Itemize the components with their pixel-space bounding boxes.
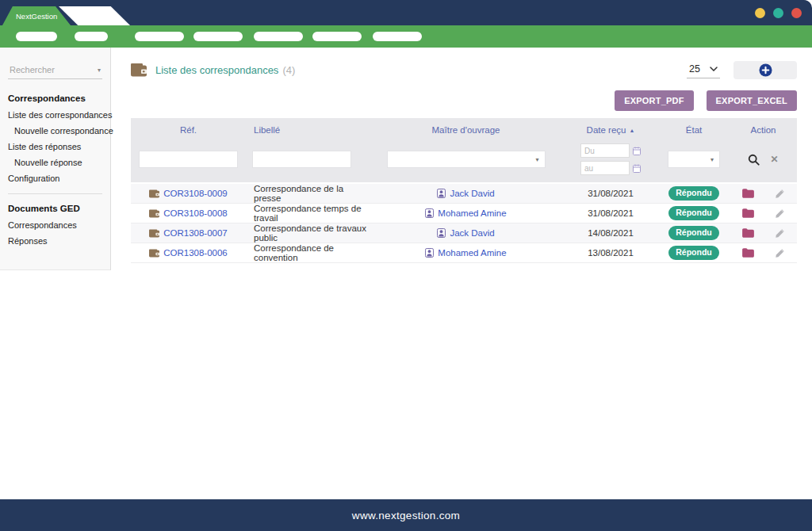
- page-size-select[interactable]: 25: [687, 62, 720, 78]
- date-recu-cell: 14/08/2021: [563, 228, 658, 238]
- folder-icon[interactable]: [742, 208, 754, 218]
- etat-filter-select[interactable]: ▾: [668, 151, 720, 168]
- folder-icon[interactable]: [742, 228, 754, 238]
- page-size-value: 25: [689, 63, 700, 74]
- status-badge: Répondu: [668, 206, 719, 220]
- plus-icon: [759, 63, 772, 77]
- maitre-ouvrage-link[interactable]: Mohamed Amine: [438, 248, 506, 258]
- sidebar-item-configuration[interactable]: Configuration: [0, 170, 110, 186]
- table-row: COR1308-0006Correspondance de convention…: [131, 243, 797, 263]
- page-header: Liste des correspondances (4) 25: [131, 60, 797, 79]
- sidebar-item-liste-des-correspondances[interactable]: Liste des correspondances: [0, 107, 110, 123]
- nav-pill[interactable]: [16, 32, 57, 41]
- footer-url: www.nextgestion.com: [352, 510, 460, 521]
- chevron-down-icon: [710, 67, 718, 71]
- libelle-filter-input[interactable]: [252, 151, 351, 168]
- wallet-icon: [131, 63, 147, 77]
- status-badge: Répondu: [668, 246, 719, 260]
- nav-pill[interactable]: [312, 32, 362, 41]
- sidebar-search-select[interactable]: Rechercher ▾: [8, 63, 102, 79]
- app-window: NextGestion Rechercher ▾ Correspondances…: [0, 0, 812, 531]
- column-header-libelle[interactable]: Libellé: [246, 125, 369, 135]
- column-header-action[interactable]: Action: [730, 125, 797, 135]
- column-header-etat[interactable]: État: [658, 125, 730, 135]
- wallet-icon: [149, 249, 159, 258]
- clear-icon[interactable]: ✕: [770, 155, 778, 164]
- date-recu-cell: 31/08/2021: [563, 208, 658, 218]
- libelle-cell: Correspondance de travaux public: [246, 223, 369, 243]
- window-close-dot[interactable]: [791, 8, 802, 18]
- date-recu-cell: 31/08/2021: [563, 189, 658, 198]
- export-excel-button[interactable]: EXPORT_EXCEL: [707, 90, 797, 111]
- nav-pill[interactable]: [75, 32, 108, 41]
- main-nav: [0, 25, 812, 48]
- nav-pill[interactable]: [254, 32, 303, 41]
- page-title: Liste des correspondances: [155, 64, 278, 76]
- libelle-cell: Correspondance de convention: [246, 243, 369, 262]
- maitre-ouvrage-link[interactable]: Jack David: [450, 228, 494, 238]
- nav-pill[interactable]: [373, 32, 422, 41]
- ref-link[interactable]: COR3108-0009: [163, 189, 228, 198]
- wallet-icon: [149, 229, 159, 238]
- calendar-icon[interactable]: [633, 147, 641, 155]
- person-icon: [437, 189, 446, 198]
- maitre-ouvrage-link[interactable]: Mohamed Amine: [438, 208, 506, 218]
- export-pdf-button[interactable]: EXPORT_PDF: [615, 90, 693, 111]
- sort-asc-icon: ▲: [629, 128, 634, 133]
- pencil-icon[interactable]: [775, 189, 785, 199]
- date-to-input[interactable]: [580, 161, 630, 175]
- chevron-down-icon: ▾: [535, 156, 538, 163]
- column-header-ref[interactable]: Réf.: [131, 125, 246, 135]
- maitre-ouvrage-filter-select[interactable]: ▾: [387, 151, 546, 168]
- correspondence-table: Réf. Libellé Maître d'ouvrage Date reçu▲…: [131, 118, 797, 263]
- table-row: COR1308-0007Correspondance de travaux pu…: [131, 223, 797, 243]
- window-minimize-dot[interactable]: [755, 8, 765, 18]
- libelle-cell: Correspondance temps de travail: [246, 204, 369, 223]
- window-maximize-dot[interactable]: [773, 8, 783, 18]
- sidebar-divider: [8, 193, 102, 194]
- person-icon: [425, 248, 434, 258]
- sidebar-search-placeholder: Rechercher: [10, 65, 55, 74]
- table-row: COR3108-0008Correspondance temps de trav…: [131, 204, 797, 223]
- column-header-date-recu[interactable]: Date reçu▲: [563, 125, 658, 135]
- search-icon[interactable]: [748, 154, 760, 166]
- wallet-icon: [149, 189, 159, 198]
- sidebar-item-nouvelle-r-ponse[interactable]: Nouvelle réponse: [0, 155, 110, 170]
- pencil-icon[interactable]: [775, 248, 785, 258]
- nav-pill[interactable]: [135, 32, 184, 41]
- window-controls: [755, 8, 802, 18]
- ref-link[interactable]: COR1308-0007: [163, 228, 228, 238]
- folder-icon[interactable]: [742, 189, 754, 198]
- nav-pill[interactable]: [193, 32, 243, 41]
- wallet-icon: [149, 209, 159, 218]
- ref-filter-input[interactable]: [139, 151, 238, 168]
- status-badge: Répondu: [668, 226, 719, 240]
- brand-tab[interactable]: NextGestion: [2, 6, 71, 25]
- maitre-ouvrage-link[interactable]: Jack David: [450, 189, 494, 198]
- table-body: COR3108-0009Correspondance de la presseJ…: [131, 184, 797, 263]
- folder-icon[interactable]: [742, 248, 754, 258]
- secondary-tab[interactable]: [59, 6, 130, 25]
- column-header-maitre-ouvrage[interactable]: Maître d'ouvrage: [369, 125, 563, 135]
- sidebar-item-r-ponses[interactable]: Réponses: [0, 233, 110, 249]
- add-correspondence-button[interactable]: [733, 61, 797, 79]
- sidebar-item-nouvelle-correspondance[interactable]: Nouvelle correspondance: [0, 123, 110, 139]
- ref-link[interactable]: COR1308-0006: [163, 248, 228, 258]
- ref-link[interactable]: COR3108-0008: [163, 208, 228, 218]
- sidebar-section-title: Correspondances: [0, 90, 110, 107]
- calendar-icon[interactable]: [633, 164, 641, 173]
- filter-row: ▾: [131, 141, 797, 178]
- main-panel: Liste des correspondances (4) 25 EXPORT_…: [111, 48, 812, 263]
- sidebar-item-correspondances[interactable]: Correspondances: [0, 217, 110, 233]
- person-icon: [425, 208, 434, 218]
- title-bar: NextGestion: [0, 0, 812, 25]
- sidebar-item-liste-des-r-ponses[interactable]: Liste des réponses: [0, 139, 110, 155]
- chevron-down-icon: ▾: [98, 67, 101, 74]
- person-icon: [437, 228, 446, 238]
- pencil-icon[interactable]: [775, 228, 785, 239]
- pencil-icon[interactable]: [775, 208, 785, 219]
- page-count: (4): [282, 64, 295, 76]
- date-from-input[interactable]: [580, 143, 630, 158]
- chevron-down-icon: ▾: [710, 156, 714, 163]
- sidebar-menu: CorrespondancesListe des correspondances…: [0, 90, 110, 249]
